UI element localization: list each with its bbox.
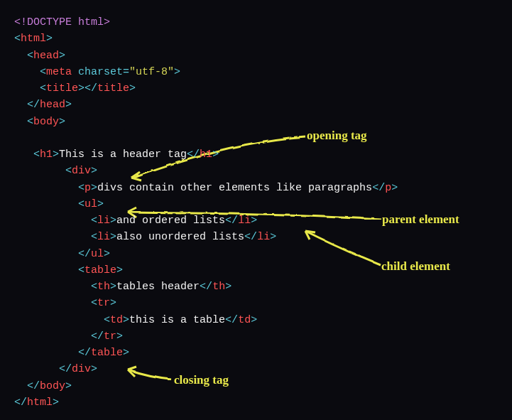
doctype: <!DOCTYPE html> <box>14 16 110 28</box>
annotation-child-element: child element <box>381 257 450 276</box>
annotation-opening-tag: opening tag <box>307 126 367 145</box>
annotation-closing-tag: closing tag <box>174 371 229 389</box>
annotation-parent-element: parent element <box>382 210 459 229</box>
